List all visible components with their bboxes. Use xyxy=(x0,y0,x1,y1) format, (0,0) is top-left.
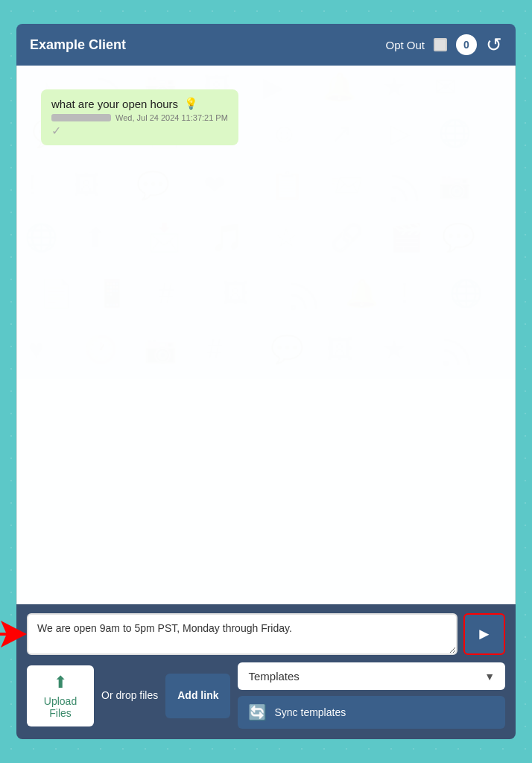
chat-input-area: ► ⬆ Upload Files Or drop files Add link … xyxy=(16,604,516,739)
message-status-icon: ✓ xyxy=(51,124,228,138)
chat-background: ♪ 📷 🖼 ▶ 🔔 ★ ✉ 💬 # 📄 ♥ ☺ ↗ ▷ 🌐 ! 🖼 💬 ❤ 📋 xyxy=(17,66,515,604)
bg-icon-arrow2: ⬆ xyxy=(84,222,107,253)
bg-icon-chat2: 💬 xyxy=(136,170,170,201)
templates-dropdown[interactable]: Templates ▼ xyxy=(238,662,505,690)
svg-marker-4 xyxy=(0,621,27,648)
toolbar-row: ⬆ Upload Files Or drop files Add link Te… xyxy=(27,662,505,729)
bg-icon-photo: 🖼 xyxy=(73,170,100,201)
bg-icon-excl2: ! xyxy=(401,278,408,309)
upload-icon: ⬆ xyxy=(54,673,67,692)
send-button[interactable]: ► xyxy=(463,613,505,655)
chat-messages-area: ♪ 📷 🖼 ▶ 🔔 ★ ✉ 💬 # 📄 ♥ ☺ ↗ ▷ 🌐 ! 🖼 💬 ❤ 📋 xyxy=(16,66,516,604)
bg-icon-heart3: ♥ xyxy=(28,334,44,365)
message-input-row: ► xyxy=(27,613,505,655)
bg-icon-music2: 🎵 xyxy=(211,222,244,253)
message-timestamp: Wed, Jul 24 2024 11:37:21 PM xyxy=(115,113,228,122)
refresh-icon[interactable]: ↺ xyxy=(486,35,502,54)
bg-icon-globe2: 🌐 xyxy=(25,222,58,253)
svg-point-1 xyxy=(392,198,395,201)
bg-icon-video2: 🎬 xyxy=(390,222,423,253)
sync-templates-button[interactable]: 🔄 Sync templates xyxy=(238,696,505,729)
templates-label: Templates xyxy=(248,670,299,683)
bg-icon-chat4: 💬 xyxy=(270,334,304,365)
upload-label-line2: Files xyxy=(49,707,72,719)
sender-name-redacted xyxy=(51,114,111,121)
sync-label: Sync templates xyxy=(274,706,346,718)
bg-icon-img2: 🖼 xyxy=(222,278,249,309)
bg-icon-paper: 📋 xyxy=(270,170,304,201)
dropdown-arrow-icon: ▼ xyxy=(484,671,495,683)
message-emoji: 💡 xyxy=(184,97,198,110)
chat-header: Example Client Opt Out 0 ↺ xyxy=(16,24,516,66)
opt-out-label: Opt Out xyxy=(385,39,425,51)
message-text: what are your open hours 💡 xyxy=(51,97,228,110)
bg-icon-msg: 📨 xyxy=(330,170,364,201)
message-input[interactable] xyxy=(27,613,457,655)
upload-label-line1: Upload xyxy=(44,695,77,707)
bg-icon-img3: 🖼 xyxy=(326,334,353,365)
bg-icon-camera3: 📷 xyxy=(144,334,177,365)
drop-files-label: Or drop files xyxy=(101,688,158,702)
opt-out-checkbox[interactable] xyxy=(434,38,447,51)
bg-icon-link: 🔗 xyxy=(330,222,364,253)
message-content: what are your open hours xyxy=(51,98,178,110)
send-icon: ► xyxy=(476,624,493,644)
bg-icon-chat3: 💬 xyxy=(442,222,475,253)
chat-container: Example Client Opt Out 0 ↺ ♪ 📷 🖼 ▶ 🔔 ★ ✉… xyxy=(16,24,516,739)
templates-section: Templates ▼ 🔄 Sync templates xyxy=(238,662,505,729)
add-link-button[interactable]: Add link xyxy=(165,674,230,718)
bg-icon-globe3: 🌐 xyxy=(449,278,483,309)
svg-point-2 xyxy=(291,306,294,309)
bg-icon-heart2: ❤ xyxy=(203,170,226,201)
message-meta: Wed, Jul 24 2024 11:37:21 PM xyxy=(51,113,228,122)
svg-point-3 xyxy=(444,362,447,365)
sync-icon: 🔄 xyxy=(248,703,267,721)
arrow-indicator xyxy=(0,619,27,649)
upload-files-button[interactable]: ⬆ Upload Files xyxy=(27,665,94,726)
bg-icon-msg2: 📩 xyxy=(148,222,181,253)
upload-label: Upload Files xyxy=(44,695,77,719)
bg-icon-clock: 🕐 xyxy=(84,334,118,365)
bg-icon-camera2: 📷 xyxy=(438,170,472,201)
message-count-badge: 0 xyxy=(456,34,477,55)
header-actions: Opt Out 0 ↺ xyxy=(385,34,502,55)
bg-icon-hashtag3: # xyxy=(207,334,222,365)
bg-icon-excl: ! xyxy=(28,170,36,201)
bg-icon-star3: ★ xyxy=(382,334,406,365)
add-link-label: Add link xyxy=(177,689,218,701)
red-arrow-icon xyxy=(0,619,27,649)
bg-icon-doc2: 📄 xyxy=(39,278,73,309)
bg-icon-bell2: 🔔 xyxy=(345,278,379,309)
chat-title: Example Client xyxy=(30,37,126,53)
bg-icon-star2: ☆ xyxy=(274,222,298,253)
message-bubble: what are your open hours 💡 Wed, Jul 24 2… xyxy=(41,89,238,145)
bg-icon-hashtag2: # xyxy=(159,278,174,309)
bg-icon-phone: 📱 xyxy=(95,278,129,309)
